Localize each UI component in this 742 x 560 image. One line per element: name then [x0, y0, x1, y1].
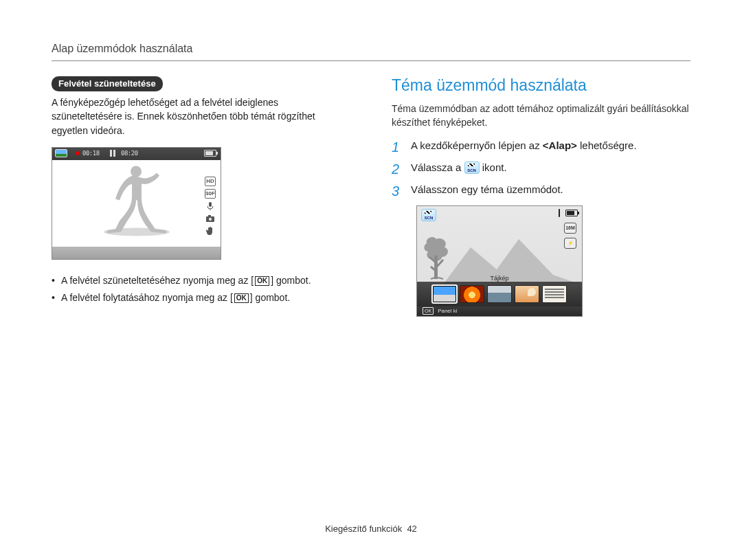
scn-label: SCN — [465, 168, 479, 172]
two-column-layout: Felvétel szüneteltetése A fényképezőgép … — [52, 76, 690, 317]
ok-icon: OK — [255, 276, 269, 286]
bullet-resume-post: ] gombot. — [250, 292, 290, 303]
ok-icon: OK — [423, 307, 434, 315]
scene-footer: OK Panel ki — [417, 306, 582, 316]
scene-footer-text: Panel ki — [438, 308, 457, 314]
thumbnail-icon — [55, 149, 67, 157]
recorder-preview: HD 30F — [52, 160, 221, 247]
scene-right-icons: 16M ⚡ — [564, 223, 578, 253]
elapsed-time: 00:18 — [82, 150, 100, 157]
manual-page: Alap üzemmódok használata Felvétel szüne… — [0, 0, 742, 560]
video-recorder-illustration: 00:18 08:20 HD 30F — [52, 147, 221, 260]
scene-thumb-text[interactable] — [542, 285, 567, 303]
section-heading: Téma üzemmód használata — [392, 76, 690, 95]
battery-icon — [204, 150, 216, 157]
section-intro: Téma üzemmódban az adott témához optimal… — [392, 102, 690, 130]
ok-icon: OK — [234, 293, 249, 303]
svg-point-6 — [131, 166, 142, 177]
resolution-icon: 16M — [564, 223, 576, 234]
step-1-pre: A kezdőképernyőn lépjen az — [411, 139, 543, 151]
page-header: Alap üzemmódok használata — [52, 43, 690, 61]
pause-resume-bullets: A felvétel szüneteltetéséhez nyomja meg … — [52, 272, 350, 306]
step-number: 1 — [392, 139, 403, 155]
camera-icon — [205, 214, 216, 223]
fps-icon: 30F — [205, 189, 216, 199]
left-column: Felvétel szüneteltetése A fényképezőgép … — [52, 76, 350, 317]
scene-top-right — [559, 209, 578, 217]
battery-icon — [565, 210, 578, 216]
scn-label: SCN — [422, 216, 436, 220]
total-time: 08:20 — [121, 150, 138, 157]
scn-mode-icon: SCN — [421, 209, 436, 221]
svg-rect-0 — [209, 202, 212, 207]
bullet-pause-pre: A felvétel szüneteltetéséhez nyomja meg … — [61, 275, 254, 286]
flash-icon: ⚡ — [564, 238, 576, 249]
svg-rect-3 — [208, 215, 211, 217]
steps-list: 1 A kezdőképernyőn lépjen az <Alap> lehe… — [392, 139, 690, 199]
step-1-post: lehetőségre. — [577, 139, 637, 151]
recorder-bottom-bar — [52, 247, 221, 259]
hd-icon: HD — [205, 177, 216, 186]
scene-mode-illustration: SCN 16M ⚡ Tájkép — [416, 205, 583, 317]
page-footer: Kiegészítő funkciók 42 — [0, 524, 742, 534]
bullet-pause-post: ] gombot. — [271, 275, 311, 286]
scene-thumb-sea[interactable] — [487, 285, 512, 303]
step-2-pre: Válassza a — [411, 161, 464, 173]
bullet-resume-pre: A felvétel folytatásához nyomja meg az [ — [61, 292, 233, 303]
svg-point-4 — [209, 218, 212, 221]
scene-thumb-sunset[interactable] — [460, 285, 484, 303]
footer-page-number: 42 — [407, 524, 416, 534]
step-1: 1 A kezdőképernyőn lépjen az <Alap> lehe… — [392, 139, 690, 155]
step-number: 3 — [392, 183, 403, 199]
right-column: Téma üzemmód használata Téma üzemmódban … — [392, 76, 690, 317]
scene-thumb-landscape[interactable] — [432, 285, 457, 303]
step-2-text: Válassza a SCN ikont. — [411, 161, 507, 174]
step-1-text: A kezdőképernyőn lépjen az <Alap> lehető… — [411, 139, 637, 151]
step-2: 2 Válassza a SCN ikont. — [392, 161, 690, 177]
footer-section: Kiegészítő funkciók — [325, 524, 402, 534]
alap-keyword: <Alap> — [543, 139, 577, 151]
scn-mode-icon: SCN — [464, 161, 480, 174]
scene-caption: Tájkép — [417, 275, 582, 282]
bullet-pause: A felvétel szüneteltetéséhez nyomja meg … — [52, 272, 350, 289]
scene-topleft-icon: SCN — [421, 209, 436, 221]
step-2-post: ikont. — [482, 161, 507, 173]
scene-thumb-dawn[interactable] — [515, 285, 539, 303]
step-3-text: Válasszon egy téma üzemmódot. — [411, 183, 563, 195]
step-number: 2 — [392, 161, 403, 177]
recorder-top-bar: 00:18 08:20 — [52, 148, 221, 160]
signal-bar-icon — [559, 209, 560, 217]
skater-silhouette — [92, 161, 181, 237]
bullet-resume: A felvétel folytatásához nyomja meg az [… — [52, 289, 350, 306]
mic-icon — [205, 201, 216, 211]
subsection-pill: Felvétel szüneteltetése — [52, 76, 163, 91]
record-indicator-icon — [76, 151, 80, 155]
hand-icon — [205, 226, 216, 236]
recorder-right-icons: HD 30F — [203, 175, 218, 238]
pause-paragraph: A fényképezőgép lehetőséget ad a felvéte… — [52, 96, 350, 137]
scene-carousel — [417, 282, 582, 306]
pause-icon — [110, 150, 115, 157]
step-3: 3 Válasszon egy téma üzemmódot. — [392, 183, 690, 199]
